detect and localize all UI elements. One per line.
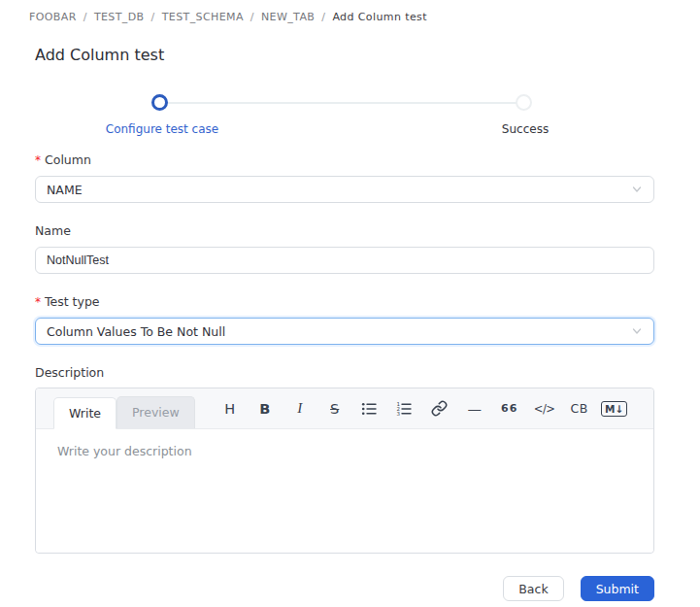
description-field: Description Write Preview H B I S 123 [35,365,654,554]
name-label-text: Name [35,223,71,238]
inline-code-icon[interactable]: </> [527,392,562,425]
unordered-list-icon[interactable] [352,392,387,425]
column-label: *Column [35,152,654,167]
editor-body [36,429,653,553]
breadcrumb-separator: / [250,11,254,23]
editor-tabs: Write Preview [53,388,195,428]
breadcrumb-separator: / [321,11,325,23]
italic-glyph: I [297,400,302,417]
tab-write[interactable]: Write [53,397,117,429]
editor-toolbar: Write Preview H B I S 123 [36,388,653,429]
heading-icon[interactable]: H [213,392,248,425]
name-field: Name [35,223,654,274]
breadcrumb-item-test-db[interactable]: TEST_DB [94,11,145,23]
quote-icon[interactable]: 66 [492,392,527,425]
required-asterisk: * [35,153,41,167]
breadcrumb-item-foobar[interactable]: FOOBAR [29,11,77,23]
editor-tools: H B I S 123 — 66 </> CB [213,388,632,428]
step-indicator-configure [151,94,168,111]
test-type-label-text: Test type [45,294,100,309]
italic-icon[interactable]: I [283,392,317,425]
description-label: Description [35,365,654,380]
column-field: *Column NAME [35,152,654,203]
page-title: Add Column test [35,46,700,64]
column-select[interactable]: NAME [35,176,654,203]
column-label-text: Column [45,152,91,167]
step-label-configure: Configure test case [106,122,218,136]
add-column-test-form: *Column NAME Name *Test type Column Valu… [35,152,654,554]
name-label: Name [35,223,654,238]
description-label-text: Description [35,365,104,380]
unordered-list-glyph [361,401,378,417]
ordered-list-glyph: 123 [396,401,413,417]
stepper-connector-line [167,102,517,104]
stepper: Configure test case Success [0,92,700,143]
strikethrough-glyph: S [330,401,339,417]
test-type-label: *Test type [35,294,654,309]
column-select-value: NAME [47,183,83,197]
breadcrumb: FOOBAR / TEST_DB / TEST_SCHEMA / NEW_TAB… [0,0,700,23]
ordered-list-icon[interactable]: 123 [387,392,422,425]
required-asterisk: * [35,295,41,309]
bold-glyph: B [259,401,270,417]
breadcrumb-separator: / [151,11,155,23]
step-indicator-success [516,94,532,111]
code-block-icon[interactable]: CB [562,392,597,425]
submit-button[interactable]: Submit [581,576,654,601]
breadcrumb-item-test-schema[interactable]: TEST_SCHEMA [162,11,244,23]
test-type-select-value: Column Values To Be Not Null [47,324,225,339]
back-button[interactable]: Back [503,576,563,601]
test-type-select[interactable]: Column Values To Be Not Null [35,318,654,345]
step-label-success: Success [502,122,549,136]
tab-preview[interactable]: Preview [117,396,195,428]
horizontal-rule-icon[interactable]: — [457,392,492,425]
inline-code-glyph: </> [534,402,555,416]
description-textarea[interactable] [36,429,653,553]
description-editor: Write Preview H B I S 123 [35,388,654,554]
link-icon[interactable] [422,392,457,425]
markdown-glyph: M↓ [601,401,627,417]
breadcrumb-separator: / [83,11,87,23]
quote-glyph: 66 [501,402,517,415]
code-block-glyph: CB [571,401,588,416]
svg-text:3: 3 [397,410,401,416]
markdown-icon[interactable]: M↓ [597,392,632,425]
breadcrumb-item-current: Add Column test [332,11,427,23]
horizontal-rule-glyph: — [467,401,482,417]
heading-glyph: H [224,401,235,417]
name-input[interactable] [35,247,654,274]
breadcrumb-item-new-tab[interactable]: NEW_TAB [261,11,315,23]
test-type-field: *Test type Column Values To Be Not Null [35,294,654,345]
bold-icon[interactable]: B [248,392,283,425]
link-glyph [431,400,448,417]
strikethrough-icon[interactable]: S [317,392,352,425]
chevron-down-icon [631,325,643,337]
form-footer: Back Submit [0,576,654,601]
chevron-down-icon [631,184,643,195]
